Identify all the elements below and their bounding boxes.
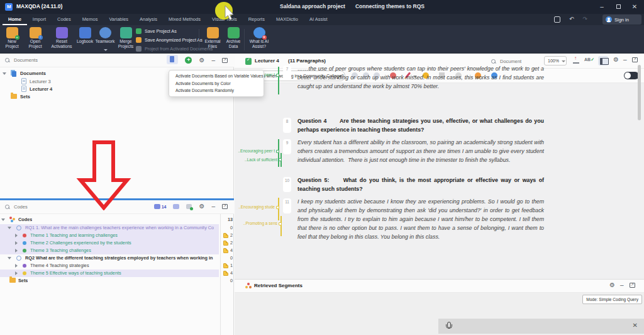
tab-analysis[interactable]: Analysis	[134, 14, 163, 25]
code-color-dot	[23, 271, 26, 275]
redo-icon[interactable]: ↷	[582, 16, 587, 23]
paragraph-8[interactable]: Question 4 Are these teaching strategies…	[297, 116, 544, 134]
code-color-dot	[23, 234, 26, 237]
code-row-theme2[interactable]: Theme 2 Challenges experienced by the st…	[0, 239, 234, 247]
chevron-right-icon[interactable]	[15, 241, 18, 245]
undock-panel-icon[interactable]	[630, 283, 635, 288]
tab-home[interactable]: Home	[3, 14, 27, 25]
paragraph-10[interactable]: Question 5: What do you think, is the mo…	[297, 176, 544, 193]
tab-maxdictio[interactable]: MAXDictio	[270, 14, 304, 25]
code-system-panel: 14 ⚙ – Codes 13 RQ1 1. What are the main…	[0, 200, 234, 335]
chevron-right-icon[interactable]	[15, 264, 18, 268]
paragraph-7[interactable]: ……the use of peer groups where students …	[297, 64, 544, 91]
paragraph-9[interactable]: Every student has a different ability in…	[297, 138, 544, 164]
undock-panel-icon[interactable]	[222, 58, 228, 63]
new-code-icon[interactable]	[186, 204, 192, 209]
collapse-panel-icon[interactable]: –	[623, 57, 627, 63]
microphone-icon[interactable]	[446, 322, 451, 331]
chevron-down-icon[interactable]	[3, 72, 6, 75]
gear-icon[interactable]: ⚙	[199, 57, 204, 64]
code-row-sets[interactable]: Sets 0	[0, 277, 234, 285]
coding-bracket[interactable]	[278, 67, 279, 94]
chevron-right-icon[interactable]	[15, 234, 18, 237]
activate-documents-icon[interactable]	[167, 55, 178, 64]
keyboard-shortcuts-icon[interactable]	[554, 16, 560, 23]
logbook-button[interactable]: Logbook	[75, 26, 94, 44]
app-title: MAXQDA (24.11.0)	[16, 3, 62, 9]
menu-item-activate-randomly[interactable]: Activate Documents Randomly	[169, 87, 264, 94]
codes-search-input[interactable]	[13, 203, 69, 210]
chevron-right-icon[interactable]	[15, 271, 18, 275]
what-is-ai-assist-button[interactable]: ✦ What is AI Assist?	[247, 26, 272, 48]
sign-in-button[interactable]: Sign in	[602, 14, 641, 25]
document-search[interactable]	[486, 55, 536, 65]
gear-icon[interactable]: ⚙	[609, 281, 615, 289]
tab-codes[interactable]: Codes	[52, 14, 77, 25]
sidebar-toggle-icon[interactable]	[598, 56, 608, 65]
new-project-button[interactable]: + New Project	[1, 26, 23, 48]
collapse-panel-icon[interactable]: –	[211, 57, 215, 64]
code-icon	[16, 256, 21, 261]
chevron-down-icon[interactable]	[1, 219, 5, 221]
collapse-panel-icon[interactable]: –	[211, 203, 215, 210]
menu-item-activate-by-variable[interactable]: Activate Documents Based on Variable Val…	[169, 72, 264, 80]
code-row-theme1[interactable]: Theme 1 Teaching and learning challenges…	[0, 232, 234, 239]
chevron-down-icon[interactable]	[8, 257, 11, 259]
vertical-scrollbar[interactable]	[638, 65, 641, 120]
code-row-theme4[interactable]: Theme 4 Teaching strategies 1	[0, 262, 234, 270]
minimize-button[interactable]: –	[595, 2, 609, 12]
tab-ai-assist[interactable]: AI Assist	[304, 14, 333, 25]
coding-bracket[interactable]	[280, 216, 282, 236]
tab-mixed-methods[interactable]: Mixed Methods	[163, 14, 206, 25]
code-stripe-label[interactable]: ..Encouraging stude	[231, 205, 275, 209]
coded-segments-icon	[154, 204, 160, 209]
add-document-icon[interactable]: +	[185, 57, 192, 64]
creative-coding-icon[interactable]	[173, 204, 179, 209]
export-icon[interactable]	[573, 57, 579, 64]
restore-button[interactable]	[611, 2, 625, 12]
teamwork-button[interactable]: Teamwork	[94, 26, 116, 55]
gear-icon[interactable]: ⚙	[613, 56, 619, 64]
logbook-icon	[79, 27, 91, 38]
coded-segments-count[interactable]: 14	[154, 204, 167, 209]
edit-mode-toggle[interactable]	[624, 72, 639, 79]
code-row-rq1[interactable]: RQ1 1. What are the main challenges teac…	[0, 224, 234, 232]
collapse-panel-icon[interactable]: –	[620, 282, 624, 288]
code-row-theme5[interactable]: Theme 5 Effective ways of teaching stude…	[0, 270, 234, 277]
menu-item-activate-by-color[interactable]: Activate Documents by Color	[169, 80, 264, 88]
code-stripe-label[interactable]: ..Promoting a sens	[233, 221, 277, 225]
project-context: Connecting themes to RQS	[355, 3, 425, 9]
user-avatar-icon	[606, 16, 612, 23]
code-stripe-label[interactable]: ..Encouraging peer t	[231, 149, 275, 153]
spellcheck-icon[interactable]: AB	[584, 57, 594, 62]
code-stripe-label[interactable]: ..Lack of sufficient	[233, 157, 277, 162]
chevron-right-icon[interactable]	[15, 249, 18, 253]
sets-folder-icon	[9, 278, 16, 283]
code-row-theme3[interactable]: Theme 3 Teaching challenges 4	[0, 247, 234, 254]
tab-variables[interactable]: Variables	[103, 14, 134, 25]
paragraph-11[interactable]: I keep my students active because I know…	[297, 197, 544, 241]
documents-search-input[interactable]	[13, 57, 69, 64]
project-folder-icon	[136, 46, 142, 52]
undock-panel-icon[interactable]	[632, 57, 638, 62]
code-row-rq2[interactable]: RQ2 What are the different teaching stra…	[0, 254, 234, 262]
code-row-root[interactable]: Codes 13	[0, 216, 234, 224]
close-icon[interactable]: ✕	[633, 322, 638, 329]
zoom-select[interactable]: 100%	[544, 56, 567, 65]
retrieved-segments-titlebar: Retrieved Segments ⚙ –	[235, 280, 644, 293]
undock-panel-icon[interactable]	[222, 204, 228, 209]
close-button[interactable]: ✕	[628, 2, 641, 12]
coding-bracket[interactable]	[278, 198, 279, 220]
reset-activations-button[interactable]: Reset Activations	[48, 26, 75, 48]
merge-projects-button[interactable]: Merge Projects	[116, 26, 136, 48]
gear-icon[interactable]: ⚙	[199, 203, 204, 210]
archive-data-button[interactable]: Archive Data	[224, 26, 243, 48]
search-icon	[491, 59, 496, 64]
chevron-down-icon[interactable]	[8, 227, 11, 229]
coding-bracket[interactable]	[278, 139, 279, 167]
mode-simple-coding-query-button[interactable]: Mode: Simple Coding Query	[582, 295, 642, 304]
tab-reports[interactable]: Reports	[243, 14, 270, 25]
tab-memos[interactable]: Memos	[77, 14, 104, 25]
undo-icon[interactable]: ↶	[569, 16, 574, 23]
tab-import[interactable]: Import	[27, 14, 52, 25]
